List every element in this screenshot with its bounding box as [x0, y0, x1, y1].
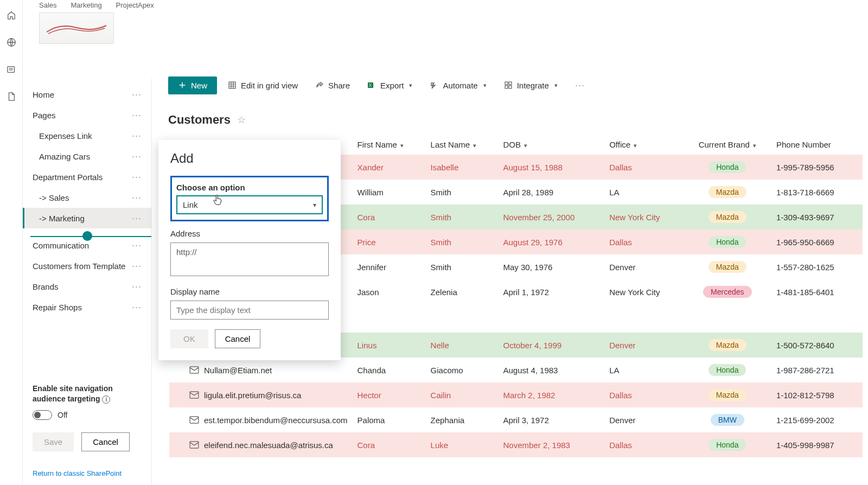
svg-rect-11 — [190, 367, 199, 373]
col-phone[interactable]: Phone Number — [774, 135, 863, 155]
more-icon[interactable]: ··· — [132, 261, 142, 271]
more-icon[interactable]: ··· — [132, 151, 142, 161]
col-last-name[interactable]: Last Name▾ — [429, 135, 501, 155]
address-input[interactable] — [170, 242, 329, 276]
tab-projectapex[interactable]: ProjectApex — [116, 0, 154, 9]
brand-pill: BMW — [711, 414, 744, 426]
automate-button[interactable]: Automate▾ — [423, 76, 493, 94]
table-row[interactable]: eleifend.nec.malesuada@atrisus.caCoraLuk… — [169, 432, 863, 457]
targeting-label: Enable site navigation audience targetin… — [33, 384, 113, 404]
chevron-down-icon: ▾ — [554, 82, 558, 89]
tab-marketing[interactable]: Marketing — [71, 0, 102, 9]
targeting-state: Off — [58, 411, 67, 419]
nav-sales[interactable]: -> Sales··· — [23, 187, 151, 208]
app-rail — [0, 0, 23, 485]
svg-rect-1 — [7, 67, 14, 73]
brand-pill: Mazda — [709, 389, 746, 401]
brand-pill: Honda — [709, 236, 746, 248]
favorite-icon[interactable]: ☆ — [237, 114, 246, 126]
display-name-label: Display name — [170, 287, 329, 296]
plus-icon — [178, 81, 187, 90]
edit-grid-button[interactable]: Edit in grid view — [221, 76, 304, 94]
nav-communication[interactable]: Communication··· — [23, 235, 151, 256]
brand-pill: Honda — [709, 439, 746, 451]
nav-department-portals[interactable]: Department Portals··· — [23, 167, 151, 187]
brand-pill: Mazda — [709, 211, 746, 223]
col-dob[interactable]: DOB▾ — [501, 135, 608, 155]
chevron-down-icon: ▾ — [483, 82, 487, 89]
more-icon[interactable]: ··· — [132, 193, 142, 202]
add-link-dialog: Add Choose an option Link ▾ Address Disp… — [158, 140, 341, 360]
site-logo[interactable] — [39, 12, 114, 44]
more-icon[interactable]: ··· — [132, 131, 142, 141]
svg-rect-5 — [509, 82, 512, 85]
svg-rect-2 — [229, 82, 235, 88]
svg-rect-4 — [505, 82, 508, 85]
page-title: Customers — [168, 113, 231, 127]
share-icon — [315, 81, 324, 90]
brand-pill: Honda — [709, 364, 746, 376]
brand-pill: Mercedes — [703, 286, 751, 298]
chevron-down-icon: ▾ — [753, 142, 756, 149]
grid-icon — [228, 81, 237, 90]
table-row[interactable]: est.tempor.bibendum@neccursusa.comPaloma… — [169, 407, 863, 432]
chevron-down-icon: ▾ — [524, 142, 527, 149]
side-navigation: Home··· Pages··· Expenses Link··· Amazin… — [23, 79, 152, 485]
svg-rect-13 — [190, 417, 199, 423]
nav-customers-template[interactable]: Customers from Template··· — [23, 256, 151, 276]
dialog-ok-button: OK — [170, 329, 208, 348]
share-button[interactable]: Share — [309, 76, 356, 94]
nav-pages[interactable]: Pages··· — [23, 105, 151, 125]
col-first-name[interactable]: First Name▾ — [355, 135, 429, 155]
return-classic-link[interactable]: Return to classic SharePoint — [33, 469, 122, 477]
chevron-down-icon: ▾ — [409, 82, 412, 89]
table-row[interactable]: Nullam@Etiam.netChandaGiacomoAugust 4, 1… — [169, 358, 863, 382]
nav-expenses-link[interactable]: Expenses Link··· — [23, 125, 151, 146]
new-button[interactable]: New — [168, 76, 217, 94]
targeting-toggle[interactable] — [33, 410, 52, 420]
excel-icon — [367, 81, 376, 90]
dialog-cancel-button[interactable]: Cancel — [215, 329, 261, 348]
nav-save-button: Save — [33, 432, 74, 451]
nav-home[interactable]: Home··· — [23, 84, 151, 105]
chevron-down-icon: ▾ — [634, 142, 637, 149]
mail-icon — [189, 391, 200, 399]
brand-pill: Mazda — [709, 261, 746, 273]
col-brand[interactable]: Current Brand▾ — [686, 135, 774, 155]
export-button[interactable]: Export▾ — [361, 76, 419, 94]
dialog-title: Add — [170, 151, 329, 166]
info-icon[interactable]: i — [102, 395, 110, 404]
chevron-down-icon: ▾ — [473, 142, 476, 149]
more-icon[interactable]: ··· — [132, 302, 142, 312]
news-icon[interactable] — [6, 64, 17, 75]
more-commands-button[interactable]: ··· — [569, 76, 591, 94]
more-icon[interactable]: ··· — [132, 172, 142, 182]
table-row[interactable]: ligula.elit.pretium@risus.caHectorCailin… — [169, 382, 863, 407]
audience-targeting-section: Enable site navigation audience targetin… — [33, 384, 141, 420]
globe-icon[interactable] — [6, 37, 17, 48]
flow-icon — [430, 81, 438, 90]
display-name-input[interactable] — [170, 301, 329, 320]
svg-rect-6 — [505, 86, 508, 88]
nav-brands[interactable]: Brands··· — [23, 276, 151, 297]
more-icon[interactable]: ··· — [132, 282, 142, 291]
mail-icon — [189, 416, 200, 424]
choose-option-highlight: Choose an option Link ▾ — [170, 176, 329, 221]
more-icon[interactable]: ··· — [132, 90, 142, 99]
more-icon[interactable]: ··· — [132, 240, 142, 250]
nav-repair-shops[interactable]: Repair Shops··· — [23, 297, 151, 317]
more-icon[interactable]: ··· — [132, 110, 142, 120]
document-icon[interactable] — [6, 91, 17, 102]
tab-sales[interactable]: Sales — [39, 0, 57, 9]
more-icon[interactable]: ··· — [132, 213, 142, 223]
nav-amazing-cars[interactable]: Amazing Cars··· — [23, 146, 151, 167]
address-label: Address — [170, 229, 329, 238]
home-icon[interactable] — [6, 10, 17, 21]
integrate-button[interactable]: Integrate▾ — [497, 76, 564, 94]
nav-marketing[interactable]: -> Marketing··· — [23, 208, 151, 228]
col-office[interactable]: Office▾ — [607, 135, 686, 155]
brand-pill: Honda — [709, 161, 746, 173]
choose-option-dropdown[interactable]: Link ▾ — [176, 195, 323, 214]
nav-cancel-button[interactable]: Cancel — [81, 432, 130, 451]
svg-rect-12 — [190, 392, 199, 398]
